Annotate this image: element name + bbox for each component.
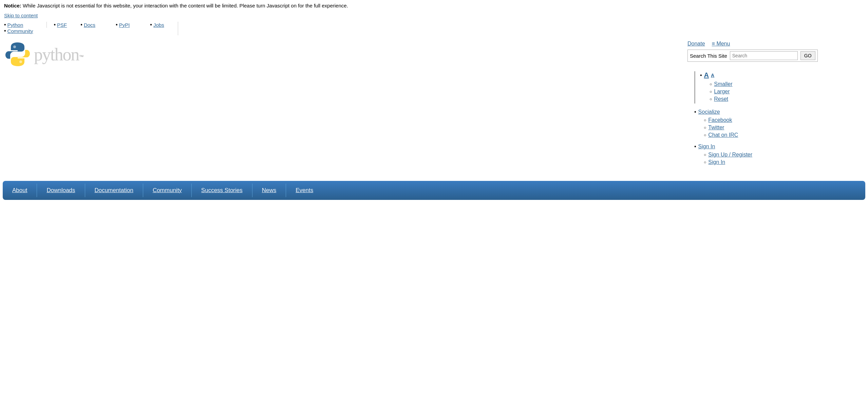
- top-nav: Python Community PSF Docs PyPI Jobs: [0, 20, 868, 37]
- font-reset-option[interactable]: Reset: [714, 96, 728, 102]
- search-input[interactable]: [730, 51, 798, 60]
- nav-link-jobs[interactable]: Jobs: [153, 22, 164, 28]
- menu-donate-row: Donate ≡ Menu: [687, 41, 730, 47]
- top-nav-group-2: PSF: [46, 22, 67, 28]
- chat-irc-link[interactable]: Chat on IRC: [708, 132, 738, 138]
- donate-link[interactable]: Donate: [687, 41, 705, 47]
- signin-subitems: ○ Sign Up / Register ○ Sign In: [694, 152, 864, 165]
- list-item: ○ Larger: [710, 89, 732, 95]
- list-item: ○ Twitter: [704, 125, 864, 131]
- header-area: python™ Donate ≡ Menu Search This Site G…: [0, 37, 868, 68]
- socialize-subitems: ○ Facebook ○ Twitter ○ Chat on IRC: [694, 117, 864, 138]
- python-wordmark: python™: [34, 44, 83, 64]
- signin-option-link[interactable]: Sign In: [708, 159, 725, 165]
- nav-link-pypi[interactable]: PyPI: [119, 22, 130, 28]
- socialize-section: • Socialize ○ Facebook ○ Twitter ○ Chat …: [694, 109, 864, 138]
- circle-bullet: ○: [710, 97, 712, 101]
- font-smaller-link[interactable]: A: [711, 73, 714, 78]
- bottom-nav-events[interactable]: Events: [286, 181, 323, 200]
- menu-content: • A A ○ Smaller ○ Larger ○ Reset: [687, 71, 864, 171]
- top-nav-group-4: PyPI: [116, 22, 130, 28]
- list-item: ○ Facebook: [704, 117, 864, 123]
- circle-bullet: ○: [704, 125, 706, 130]
- notice-bar: Notice: While Javascript is not essentia…: [0, 0, 868, 11]
- menu-link[interactable]: ≡ Menu: [712, 41, 730, 47]
- list-item: ○ Reset: [710, 96, 732, 102]
- circle-bullet: ○: [710, 89, 712, 94]
- python-logo-icon: [4, 41, 31, 68]
- search-box: Search This Site GO: [687, 50, 818, 62]
- font-smaller-option[interactable]: Smaller: [714, 81, 732, 87]
- font-size-content: • A A ○ Smaller ○ Larger ○ Reset: [700, 71, 732, 104]
- bullet-font: •: [700, 72, 702, 78]
- font-larger-option[interactable]: Larger: [714, 89, 730, 95]
- python-text: python: [34, 45, 79, 64]
- circle-bullet: ○: [704, 152, 706, 157]
- right-panel: Donate ≡ Menu Search This Site GO: [687, 41, 864, 62]
- notice-bold: Notice:: [4, 3, 21, 8]
- font-size-subitems: ○ Smaller ○ Larger ○ Reset: [700, 81, 732, 102]
- signin-link[interactable]: Sign In: [698, 144, 715, 150]
- twitter-link[interactable]: Twitter: [708, 125, 724, 131]
- list-item: ○ Sign Up / Register: [704, 152, 864, 158]
- list-item: ○ Chat on IRC: [704, 132, 864, 138]
- font-size-section: • A A ○ Smaller ○ Larger ○ Reset: [694, 71, 864, 104]
- socialize-header: • Socialize: [694, 109, 864, 115]
- python-logo: python™: [4, 41, 687, 68]
- bottom-nav-community[interactable]: Community: [143, 181, 191, 200]
- font-size-header: • A A: [700, 71, 732, 79]
- signup-register-link[interactable]: Sign Up / Register: [708, 152, 752, 158]
- top-nav-group-3: Docs: [80, 22, 95, 28]
- nav-link-python[interactable]: Python: [7, 22, 23, 28]
- menu-expanded-area: • A A ○ Smaller ○ Larger ○ Reset: [0, 68, 868, 174]
- nav-link-community[interactable]: Community: [7, 28, 33, 34]
- nav-link-psf[interactable]: PSF: [57, 22, 67, 28]
- nav-link-docs[interactable]: Docs: [84, 22, 95, 28]
- svg-point-0: [13, 45, 16, 48]
- top-nav-group-1: Python Community: [4, 22, 33, 34]
- circle-bullet: ○: [710, 82, 712, 87]
- bottom-nav-about[interactable]: About: [3, 181, 37, 200]
- top-nav-group-5: Jobs: [150, 22, 164, 28]
- spacer: [0, 71, 687, 171]
- circle-bullet: ○: [704, 133, 706, 137]
- bullet-signin: •: [694, 144, 696, 150]
- list-item: ○ Smaller: [710, 81, 732, 87]
- bottom-nav-documentation[interactable]: Documentation: [85, 181, 143, 200]
- bottom-nav-downloads[interactable]: Downloads: [37, 181, 84, 200]
- signin-section: • Sign In ○ Sign Up / Register ○ Sign In: [694, 144, 864, 165]
- bullet-socialize: •: [694, 109, 696, 115]
- python-trademark: ™: [79, 54, 83, 59]
- facebook-link[interactable]: Facebook: [708, 117, 732, 123]
- font-larger-link[interactable]: A: [704, 71, 709, 79]
- skip-to-content-link[interactable]: Skip to content: [0, 11, 868, 20]
- search-go-button[interactable]: GO: [800, 51, 815, 60]
- bottom-nav-success-stories[interactable]: Success Stories: [192, 181, 252, 200]
- bottom-nav: About Downloads Documentation Community …: [3, 181, 865, 200]
- list-item: ○ Sign In: [704, 159, 864, 165]
- bottom-nav-news[interactable]: News: [252, 181, 286, 200]
- signin-header: • Sign In: [694, 144, 864, 150]
- search-label: Search This Site: [690, 53, 727, 59]
- svg-point-1: [19, 60, 22, 63]
- circle-bullet: ○: [704, 118, 706, 123]
- socialize-link[interactable]: Socialize: [698, 109, 720, 115]
- section-border: [694, 71, 695, 104]
- circle-bullet: ○: [704, 160, 706, 165]
- top-nav-divider: [178, 22, 178, 35]
- notice-text: While Javascript is not essential for th…: [21, 3, 348, 8]
